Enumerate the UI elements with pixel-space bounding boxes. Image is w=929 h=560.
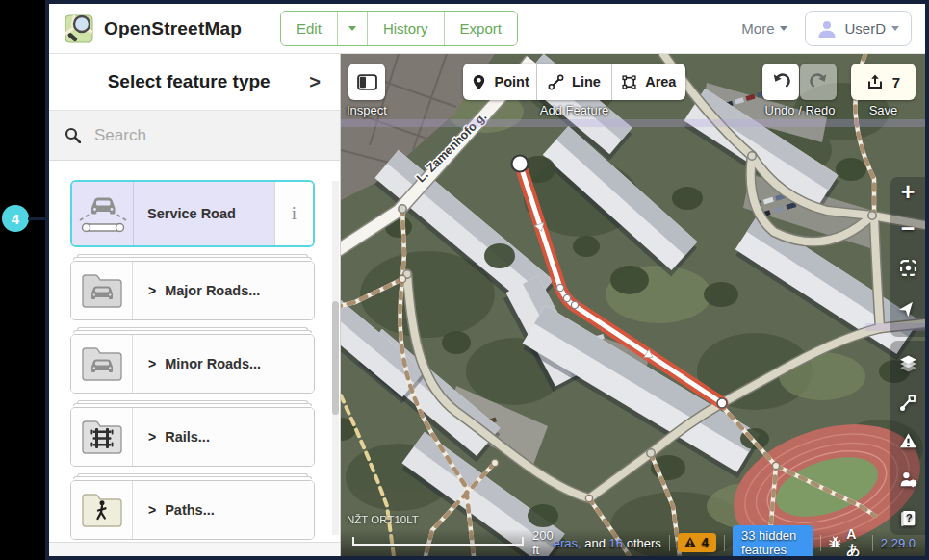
chevron-down-icon — [780, 26, 787, 31]
feature-item-label: Service Road — [134, 182, 274, 245]
divider — [724, 535, 725, 551]
map-data-button[interactable] — [890, 386, 925, 420]
sidebar-title: Select feature type — [74, 71, 303, 92]
inspect-label: Inspect — [347, 103, 404, 117]
geolocate-button[interactable] — [890, 291, 925, 325]
report-bug-icon[interactable] — [829, 535, 841, 550]
info-button[interactable]: i — [274, 182, 313, 245]
rails-folder-icon — [80, 418, 124, 456]
scrollbar-thumb[interactable] — [332, 301, 339, 415]
contributor-link[interactable]: eras, — [554, 536, 581, 550]
feature-search-bar — [49, 110, 340, 161]
category-label: Minor Roads... — [165, 356, 261, 371]
save-count-badge: 7 — [892, 74, 900, 90]
version-link[interactable]: 2.29.0 — [881, 536, 916, 550]
more-menu-button[interactable]: More — [741, 20, 787, 37]
stacked-card-edge — [73, 330, 312, 333]
background-layers-button[interactable] — [890, 346, 925, 381]
add-line-button[interactable]: Line — [536, 64, 610, 100]
feature-item-service-road[interactable]: Service Road i — [70, 180, 315, 247]
divider — [820, 535, 821, 551]
sidebar-scrollbar[interactable] — [332, 181, 339, 535]
map-status-bar: 200 ft eras, and 16 others 4 — [341, 529, 925, 556]
redo-icon — [810, 73, 828, 91]
contributor-attribution: eras, and 16 others — [554, 536, 661, 550]
app-window: OpenStreetMap Edit History Export More U… — [45, 0, 929, 560]
preferences-button[interactable] — [890, 462, 925, 496]
undo-button[interactable] — [762, 64, 799, 100]
add-point-button[interactable]: Point — [463, 64, 536, 100]
warning-triangle-icon — [684, 536, 697, 548]
zoom-to-selection-icon — [899, 259, 917, 277]
zoom-out-button[interactable]: − — [890, 211, 925, 245]
hidden-features-button[interactable]: 33 hidden features — [733, 525, 812, 557]
category-label: Rails... — [165, 429, 210, 445]
divider — [669, 535, 670, 551]
upload-icon — [866, 73, 884, 90]
service-road-icon — [76, 191, 130, 236]
stacked-card-edge — [77, 254, 308, 257]
category-item-paths[interactable]: > Paths... — [70, 480, 315, 540]
feature-list: Service Road i — [49, 161, 340, 542]
category-item-minor-roads[interactable]: > Minor Roads... — [70, 334, 315, 394]
edit-button[interactable]: Edit — [281, 12, 337, 45]
issues-button[interactable] — [890, 423, 925, 458]
user-menu-button[interactable]: UserD — [805, 11, 912, 46]
paths-folder-icon — [80, 491, 124, 529]
export-button[interactable]: Export — [444, 12, 517, 45]
scale-label: 200 ft — [532, 528, 554, 556]
add-feature-label: Add Feature — [463, 103, 685, 117]
svg-text:?: ? — [905, 512, 912, 523]
inspect-button[interactable] — [348, 64, 385, 100]
issues-count-badge[interactable]: 4 — [678, 533, 716, 552]
major-roads-folder-icon — [80, 271, 124, 310]
divider — [872, 535, 873, 551]
stacked-card-edge — [77, 327, 308, 330]
save-button[interactable]: 7 — [851, 64, 916, 100]
history-button[interactable]: History — [367, 12, 444, 45]
user-name: UserD — [844, 20, 886, 37]
category-label: Major Roads... — [165, 283, 260, 298]
expand-chevron-icon: > — [148, 502, 156, 518]
stacked-card-edge — [73, 403, 312, 406]
search-input[interactable] — [92, 125, 324, 146]
map-data-icon — [899, 395, 916, 412]
inspect-icon — [357, 74, 377, 90]
zoom-in-button[interactable]: + — [890, 174, 925, 209]
zoom-to-selection-button[interactable] — [890, 250, 925, 285]
stacked-card-edge — [77, 400, 308, 403]
chevron-down-icon — [891, 26, 899, 31]
imagery-attribution-label: NŽT ORT10LT — [347, 514, 419, 525]
layers-icon — [899, 355, 917, 373]
sidebar-footer — [49, 542, 340, 556]
category-item-rails[interactable]: > Rails... — [70, 407, 315, 467]
top-navbar: OpenStreetMap Edit History Export More U… — [49, 4, 925, 54]
map-canvas[interactable]: L. Zamenhofo g. — [341, 54, 925, 556]
expand-chevron-icon: > — [148, 283, 156, 298]
contributor-count-link[interactable]: 16 — [609, 536, 623, 550]
add-area-button[interactable]: Area — [611, 64, 685, 100]
app-title: OpenStreetMap — [104, 18, 242, 39]
expand-chevron-icon: > — [148, 429, 156, 445]
locale-switcher-button[interactable]: Aあ — [846, 526, 864, 556]
stacked-card-edge — [77, 473, 308, 476]
tutorial-step-badge: 4 — [2, 205, 29, 232]
feature-type-sidebar: Select feature type > — [49, 54, 341, 556]
openstreetmap-logo-icon — [63, 13, 95, 45]
warning-triangle-icon — [899, 432, 917, 450]
undo-redo-label: Undo / Redo — [755, 103, 845, 117]
save-label: Save — [851, 103, 916, 117]
category-item-major-roads[interactable]: > Major Roads... — [70, 261, 315, 320]
edit-dropdown-caret[interactable] — [337, 12, 367, 45]
search-icon — [65, 127, 81, 143]
help-book-icon: ? — [899, 509, 917, 527]
expand-chevron-icon: > — [148, 356, 156, 371]
undo-icon — [772, 73, 790, 91]
sidebar-collapse-button[interactable]: > — [303, 69, 326, 95]
area-icon — [621, 74, 637, 90]
point-icon — [471, 74, 487, 90]
redo-button-disabled[interactable] — [800, 64, 837, 100]
map-render: L. Zamenhofo g. — [341, 54, 925, 556]
chevron-down-icon — [348, 26, 356, 31]
geolocate-arrow-icon — [899, 299, 916, 317]
